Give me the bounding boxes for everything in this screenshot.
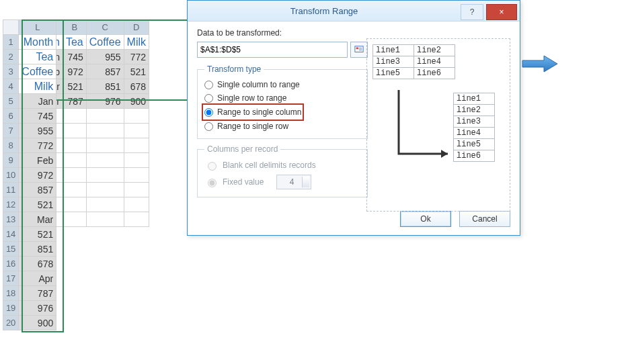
cell[interactable]: Mar xyxy=(19,212,56,227)
cell[interactable]: 851 xyxy=(86,79,124,94)
row-header[interactable]: 11 xyxy=(3,183,18,197)
cell[interactable] xyxy=(86,109,124,124)
cell[interactable]: 521 xyxy=(63,79,86,94)
row-header[interactable]: 5 xyxy=(3,94,18,109)
cell[interactable]: Jan xyxy=(19,94,56,109)
cell[interactable] xyxy=(124,124,149,138)
row-header[interactable]: 2 xyxy=(3,50,18,64)
cell[interactable] xyxy=(124,168,149,183)
cell[interactable] xyxy=(63,109,86,124)
titlebar[interactable]: Transform Range ? × xyxy=(188,1,520,21)
cell[interactable]: Tea xyxy=(19,50,56,64)
cell[interactable] xyxy=(86,212,124,227)
row-header[interactable]: 17 xyxy=(3,271,18,286)
cell[interactable] xyxy=(63,124,86,138)
corner-cell[interactable] xyxy=(3,20,18,35)
col-header[interactable]: B xyxy=(63,20,86,35)
row-header[interactable]: 3 xyxy=(3,64,18,79)
row-header[interactable]: 12 xyxy=(3,197,18,212)
row-header[interactable]: 16 xyxy=(3,257,18,271)
opt-range-to-single-col[interactable]: Range to single column xyxy=(204,105,301,119)
right-grid[interactable]: L 1Month 2Tea 3Coffee 4Milk 5Jan 6745 79… xyxy=(3,19,56,330)
row-header[interactable]: 18 xyxy=(3,286,18,301)
cell[interactable]: 857 xyxy=(19,183,56,197)
cell[interactable]: 745 xyxy=(19,109,56,124)
col-header[interactable]: C xyxy=(86,20,124,35)
opt-single-row-to-range[interactable]: Single row to range xyxy=(204,91,360,105)
row-header[interactable]: 1 xyxy=(3,35,18,50)
cancel-button[interactable]: Cancel xyxy=(459,211,510,227)
cell[interactable]: Tea xyxy=(63,35,86,50)
cell[interactable]: 955 xyxy=(86,50,124,64)
row-header[interactable]: 19 xyxy=(3,301,18,316)
cell[interactable]: Month xyxy=(19,35,56,50)
cell[interactable] xyxy=(124,109,149,124)
col-header[interactable]: D xyxy=(124,20,149,35)
cell[interactable]: 976 xyxy=(86,94,124,109)
col-header[interactable]: L xyxy=(19,20,56,35)
cell[interactable]: 521 xyxy=(19,227,56,242)
cell[interactable]: 851 xyxy=(19,242,56,257)
row-header[interactable]: 15 xyxy=(3,242,18,257)
cell[interactable]: Coffee xyxy=(86,35,124,50)
cell[interactable] xyxy=(63,138,86,153)
cell[interactable] xyxy=(86,138,124,153)
cell[interactable]: 955 xyxy=(19,124,56,138)
cell[interactable] xyxy=(63,212,86,227)
radio[interactable] xyxy=(204,108,213,117)
cell[interactable] xyxy=(63,197,86,212)
cell[interactable] xyxy=(86,124,124,138)
cell[interactable]: 745 xyxy=(63,50,86,64)
cell[interactable]: 678 xyxy=(19,257,56,271)
cell[interactable]: 900 xyxy=(19,316,56,330)
cell[interactable] xyxy=(86,183,124,197)
row-header[interactable]: 10 xyxy=(3,168,18,183)
cell[interactable]: Milk xyxy=(124,35,149,50)
cell[interactable] xyxy=(124,212,149,227)
cell[interactable]: 857 xyxy=(86,64,124,79)
cell[interactable]: 900 xyxy=(124,94,149,109)
cell[interactable]: Feb xyxy=(19,153,56,168)
radio[interactable] xyxy=(204,122,213,131)
cell[interactable] xyxy=(86,197,124,212)
cell[interactable]: 772 xyxy=(19,138,56,153)
cell[interactable]: 678 xyxy=(124,79,149,94)
cell[interactable]: 972 xyxy=(19,168,56,183)
cell[interactable] xyxy=(124,197,149,212)
cell[interactable]: 972 xyxy=(63,64,86,79)
row-header[interactable]: 14 xyxy=(3,227,18,242)
range-input[interactable] xyxy=(197,42,348,58)
row-header[interactable]: 13 xyxy=(3,212,18,227)
cell[interactable]: 787 xyxy=(63,94,86,109)
close-button[interactable]: × xyxy=(486,4,517,20)
cell[interactable]: 772 xyxy=(124,50,149,64)
help-button[interactable]: ? xyxy=(461,4,483,20)
range-picker-button[interactable] xyxy=(350,42,368,58)
row-header[interactable]: 20 xyxy=(3,316,18,330)
opt-single-col-to-range[interactable]: Single column to range xyxy=(204,78,360,91)
cell[interactable] xyxy=(63,183,86,197)
cell[interactable]: 787 xyxy=(19,286,56,301)
cell[interactable]: 976 xyxy=(19,301,56,316)
cell[interactable]: Apr xyxy=(19,271,56,286)
row-header[interactable]: 4 xyxy=(3,79,18,94)
cell[interactable]: 521 xyxy=(124,64,149,79)
cell[interactable] xyxy=(86,153,124,168)
row-header[interactable]: 7 xyxy=(3,124,18,138)
cell[interactable] xyxy=(63,168,86,183)
cell[interactable] xyxy=(63,153,86,168)
cell[interactable]: 521 xyxy=(19,197,56,212)
row-header[interactable]: 6 xyxy=(3,109,18,124)
opt-range-to-single-row[interactable]: Range to single row xyxy=(204,120,360,133)
row-header[interactable]: 8 xyxy=(3,138,18,153)
cell[interactable] xyxy=(86,168,124,183)
radio[interactable] xyxy=(204,81,213,89)
ok-button[interactable]: Ok xyxy=(400,211,451,227)
cell[interactable] xyxy=(124,153,149,168)
radio[interactable] xyxy=(204,94,213,103)
cell[interactable] xyxy=(124,138,149,153)
cell[interactable] xyxy=(124,183,149,197)
cell[interactable]: Coffee xyxy=(19,64,56,79)
cell[interactable]: Milk xyxy=(19,79,56,94)
row-header[interactable]: 9 xyxy=(3,153,18,168)
